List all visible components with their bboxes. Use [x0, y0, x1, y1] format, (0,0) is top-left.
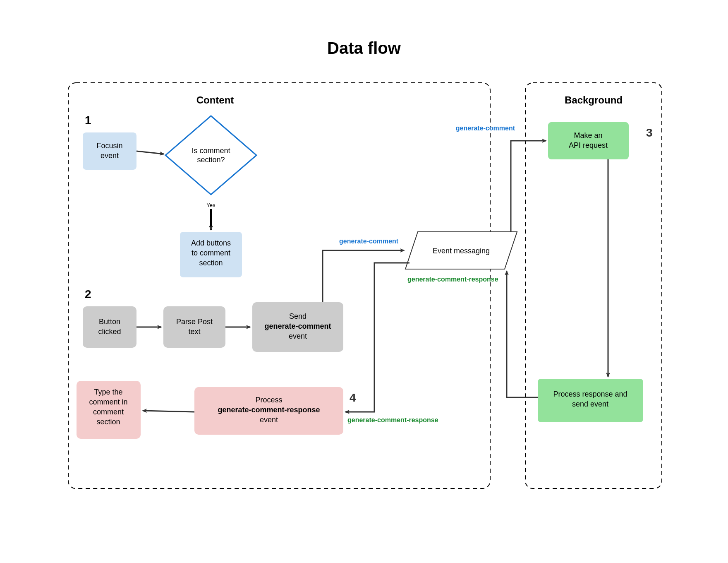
svg-text:generate-comment: generate-comment	[264, 322, 331, 330]
svg-text:to comment: to comment	[192, 249, 230, 257]
node-process-response: Process response and send event	[538, 379, 643, 422]
node-send-generate-comment: Send generate-comment event	[252, 302, 343, 352]
svg-text:clicked: clicked	[98, 327, 121, 336]
arrow-messaging-to-process-event	[345, 263, 410, 412]
svg-text:comment in: comment in	[89, 398, 127, 406]
arrow-process-event-to-type	[143, 411, 194, 412]
svg-text:Process: Process	[255, 396, 282, 404]
svg-text:event: event	[289, 332, 307, 340]
svg-text:section: section	[199, 259, 223, 267]
svg-text:section?: section?	[197, 156, 225, 164]
svg-rect-10	[83, 306, 136, 348]
svg-text:send event: send event	[572, 400, 608, 408]
svg-text:Focusin: Focusin	[96, 142, 122, 150]
svg-text:Button: Button	[99, 318, 120, 326]
edge-label-generate-comment-right: generate-comment	[456, 125, 515, 132]
svg-text:text: text	[188, 327, 200, 336]
node-type-comment: Type the comment in comment section	[77, 381, 141, 439]
svg-marker-3	[165, 116, 256, 195]
svg-text:generate-comment-response: generate-comment-response	[218, 406, 320, 414]
step-number-4: 4	[350, 391, 356, 404]
edge-label-generate-comment-left: generate-comment	[339, 238, 399, 245]
svg-text:comment: comment	[93, 408, 124, 416]
node-button-clicked: Button clicked	[83, 306, 136, 348]
svg-rect-13	[163, 306, 225, 348]
svg-text:API request: API request	[569, 141, 608, 149]
edge-label-generate-comment-response-bottom: generate-comment-response	[347, 416, 438, 423]
node-is-comment-section: Is comment section?	[165, 116, 256, 195]
decision-yes-label: Yes	[206, 202, 216, 208]
svg-text:Add buttons: Add buttons	[191, 239, 231, 247]
step-number-3: 3	[646, 126, 653, 139]
svg-text:Send: Send	[289, 312, 307, 320]
arrow-process-to-messaging	[507, 271, 538, 397]
svg-text:Type the: Type the	[94, 388, 122, 396]
svg-text:section: section	[96, 418, 120, 426]
svg-text:event: event	[260, 416, 278, 424]
edge-label-generate-comment-response-mid: generate-comment-response	[407, 276, 498, 283]
svg-text:Event messaging: Event messaging	[433, 247, 490, 255]
arrow-focusin-to-decision	[136, 151, 164, 154]
svg-text:Parse Post: Parse Post	[176, 318, 213, 326]
svg-text:event: event	[101, 152, 119, 160]
step-number-1: 1	[85, 114, 91, 127]
svg-text:Make an: Make an	[574, 131, 602, 140]
arrow-send-to-messaging	[323, 250, 404, 302]
background-section-title: Background	[565, 94, 623, 106]
svg-text:Process response and: Process response and	[553, 390, 627, 398]
node-parse-post-text: Parse Post text	[163, 306, 225, 348]
svg-text:Is comment: Is comment	[192, 147, 230, 155]
node-make-api-request: Make an API request	[548, 122, 629, 159]
node-focusin-event: Focusin event	[83, 132, 136, 170]
step-number-2: 2	[85, 288, 91, 301]
arrow-messaging-to-api	[511, 141, 546, 232]
svg-rect-22	[548, 122, 629, 159]
content-section-title: Content	[196, 94, 234, 106]
node-event-messaging: Event messaging	[405, 232, 517, 269]
node-add-buttons: Add buttons to comment section	[180, 232, 242, 277]
page-title: Data flow	[327, 39, 401, 57]
node-process-event: Process generate-comment-response event	[194, 387, 343, 435]
svg-rect-0	[83, 132, 136, 170]
